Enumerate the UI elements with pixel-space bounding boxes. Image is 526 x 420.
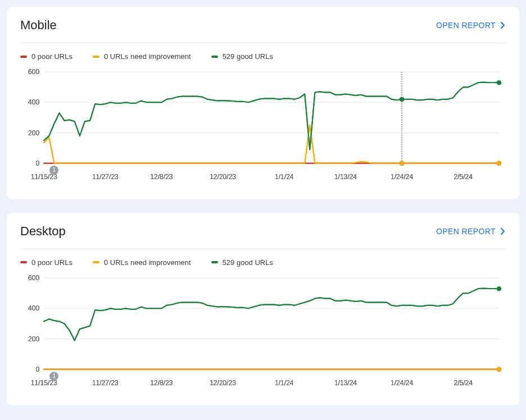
desktop-chart-wrap: 020040060011/15/2311/27/2312/8/2312/20/2… — [20, 273, 506, 392]
svg-text:1/24/24: 1/24/24 — [391, 173, 413, 181]
legend-needs[interactable]: 0 URLs need improvement — [93, 52, 191, 61]
svg-text:400: 400 — [28, 98, 39, 106]
legend-good[interactable]: 529 good URLs — [211, 52, 273, 61]
legend-swatch-poor — [20, 261, 27, 263]
legend-needs[interactable]: 0 URLs need improvement — [93, 258, 191, 267]
desktop-card-header: Desktop OPEN REPORT — [20, 224, 506, 249]
event-marker-label: 1 — [53, 373, 56, 379]
desktop-card: Desktop OPEN REPORT 0 poor URLs 0 URLs n… — [7, 213, 519, 405]
open-report-label: OPEN REPORT — [436, 227, 496, 236]
svg-text:600: 600 — [28, 274, 39, 282]
svg-text:400: 400 — [28, 304, 39, 312]
svg-text:12/20/23: 12/20/23 — [210, 173, 236, 181]
mobile-title: Mobile — [20, 18, 57, 33]
event-marker-label: 1 — [53, 167, 56, 173]
legend-swatch-needs — [93, 261, 99, 263]
mobile-card: Mobile OPEN REPORT 0 poor URLs 0 URLs ne… — [7, 7, 519, 199]
svg-text:600: 600 — [28, 68, 39, 76]
legend-swatch-needs — [93, 56, 99, 58]
legend-good[interactable]: 529 good URLs — [211, 258, 273, 267]
mobile-card-header: Mobile OPEN REPORT — [20, 18, 506, 43]
legend-needs-label: 0 URLs need improvement — [104, 52, 191, 61]
svg-text:1/13/24: 1/13/24 — [334, 173, 357, 181]
open-report-label: OPEN REPORT — [436, 21, 496, 30]
svg-text:1/1/24: 1/1/24 — [275, 173, 294, 181]
legend-good-label: 529 good URLs — [223, 258, 273, 267]
legend-poor-label: 0 poor URLs — [31, 52, 72, 61]
svg-point-36 — [400, 97, 404, 102]
svg-text:11/27/23: 11/27/23 — [92, 379, 119, 387]
svg-text:12/20/23: 12/20/23 — [210, 379, 236, 387]
svg-text:1/24/24: 1/24/24 — [391, 379, 413, 387]
legend-swatch-good — [211, 56, 218, 58]
desktop-legend: 0 poor URLs 0 URLs need improvement 529 … — [20, 249, 506, 273]
svg-text:0: 0 — [35, 366, 39, 373]
svg-text:2/5/24: 2/5/24 — [454, 173, 473, 181]
svg-text:200: 200 — [28, 129, 39, 137]
svg-text:11/27/23: 11/27/23 — [92, 173, 119, 181]
legend-swatch-poor — [20, 56, 27, 58]
open-report-button[interactable]: OPEN REPORT — [436, 21, 506, 30]
svg-point-37 — [497, 80, 501, 85]
svg-text:200: 200 — [28, 335, 39, 343]
mobile-chart[interactable]: 020040060011/15/2311/27/2312/8/2312/20/2… — [20, 67, 506, 186]
desktop-title: Desktop — [20, 224, 66, 239]
svg-text:12/8/23: 12/8/23 — [150, 173, 173, 181]
svg-text:1/1/24: 1/1/24 — [275, 379, 294, 387]
svg-point-35 — [497, 161, 501, 166]
legend-poor-label: 0 poor URLs — [31, 258, 72, 267]
mobile-chart-wrap: 020040060011/15/2311/27/2312/8/2312/20/2… — [20, 67, 506, 186]
open-report-button[interactable]: OPEN REPORT — [436, 227, 506, 236]
legend-poor[interactable]: 0 poor URLs — [20, 258, 72, 267]
svg-text:1/13/24: 1/13/24 — [334, 379, 357, 387]
chevron-right-icon — [500, 227, 506, 235]
svg-point-75 — [497, 286, 501, 291]
svg-text:0: 0 — [35, 159, 39, 167]
svg-point-34 — [400, 161, 404, 166]
legend-good-label: 529 good URLs — [223, 52, 273, 61]
desktop-chart[interactable]: 020040060011/15/2311/27/2312/8/2312/20/2… — [20, 273, 506, 392]
legend-swatch-good — [211, 261, 218, 263]
legend-poor[interactable]: 0 poor URLs — [20, 52, 72, 61]
svg-text:12/8/23: 12/8/23 — [150, 379, 173, 387]
chevron-right-icon — [500, 21, 506, 29]
svg-text:2/5/24: 2/5/24 — [454, 379, 473, 387]
legend-needs-label: 0 URLs need improvement — [104, 258, 191, 267]
mobile-legend: 0 poor URLs 0 URLs need improvement 529 … — [20, 43, 506, 67]
svg-point-74 — [497, 367, 501, 372]
